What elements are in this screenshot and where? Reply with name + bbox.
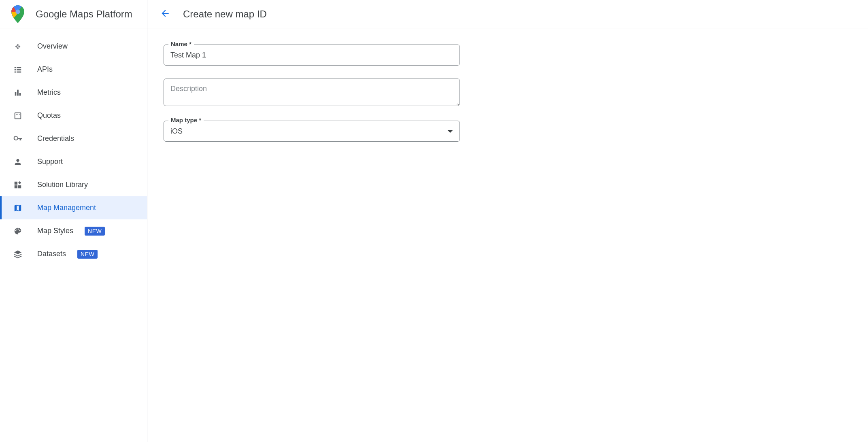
- svg-rect-3: [15, 69, 16, 70]
- sidebar-item-overview[interactable]: Overview: [0, 35, 147, 58]
- svg-rect-5: [15, 71, 16, 72]
- sidebar-item-label: Support: [37, 157, 63, 166]
- sidebar-item-datasets[interactable]: Datasets NEW: [0, 242, 147, 266]
- sidebar-item-map-styles[interactable]: Map Styles NEW: [0, 219, 147, 242]
- sidebar-item-apis[interactable]: APIs: [0, 58, 147, 81]
- sidebar-header: Google Maps Platform: [0, 0, 147, 28]
- datasets-icon: [13, 249, 23, 259]
- sidebar-item-support[interactable]: Support: [0, 150, 147, 173]
- sidebar-item-label: Metrics: [37, 88, 61, 97]
- sidebar-item-label: APIs: [37, 65, 53, 74]
- new-badge: NEW: [85, 227, 105, 236]
- sidebar-item-metrics[interactable]: Metrics: [0, 81, 147, 104]
- support-icon: [13, 157, 23, 167]
- form-area: Name * Map type * iOS: [147, 28, 868, 171]
- sidebar-item-solution-library[interactable]: Solution Library: [0, 173, 147, 196]
- sidebar-item-label: Datasets: [37, 250, 66, 258]
- sidebar-item-quotas[interactable]: Quotas: [0, 104, 147, 127]
- quotas-icon: [13, 111, 23, 121]
- name-input[interactable]: [164, 45, 460, 66]
- svg-rect-1: [15, 67, 16, 68]
- map-type-field: Map type * iOS: [164, 121, 460, 142]
- sidebar-item-label: Quotas: [37, 111, 61, 120]
- name-label: Name *: [168, 40, 194, 47]
- sidebar-item-label: Map Management: [37, 204, 96, 212]
- svg-rect-2: [17, 67, 21, 68]
- description-field: [164, 79, 460, 108]
- google-maps-logo-icon: [11, 5, 24, 23]
- svg-rect-9: [19, 93, 21, 95]
- map-type-selected-value: iOS: [170, 127, 183, 136]
- metrics-icon: [13, 88, 23, 98]
- main-header: Create new map ID: [147, 0, 868, 28]
- sidebar-item-credentials[interactable]: Credentials: [0, 127, 147, 150]
- map-type-select[interactable]: iOS: [164, 121, 460, 142]
- sidebar-item-label: Overview: [37, 42, 68, 51]
- sidebar: Google Maps Platform Overview APIs Metri…: [0, 0, 147, 442]
- sidebar-item-label: Map Styles: [37, 227, 73, 235]
- new-badge: NEW: [77, 250, 98, 259]
- sidebar-item-map-management[interactable]: Map Management: [0, 196, 147, 219]
- svg-rect-6: [17, 71, 21, 72]
- svg-rect-10: [15, 181, 17, 184]
- map-styles-icon: [13, 226, 23, 236]
- map-type-label: Map type *: [168, 117, 204, 123]
- map-management-icon: [13, 203, 23, 213]
- back-button[interactable]: [159, 8, 172, 21]
- sidebar-item-label: Solution Library: [37, 181, 88, 189]
- svg-rect-11: [15, 185, 17, 188]
- main-content: Create new map ID Name * Map type * iOS: [147, 0, 868, 442]
- solution-library-icon: [13, 180, 23, 190]
- apis-icon: [13, 65, 23, 74]
- sidebar-nav: Overview APIs Metrics Quotas: [0, 28, 147, 266]
- arrow-left-icon: [160, 8, 170, 20]
- svg-point-0: [15, 9, 20, 14]
- credentials-icon: [13, 134, 23, 144]
- sidebar-item-label: Credentials: [37, 134, 74, 143]
- chevron-down-icon: [447, 130, 453, 133]
- name-field: Name *: [164, 45, 460, 66]
- svg-rect-7: [15, 92, 17, 96]
- page-title: Create new map ID: [183, 8, 267, 20]
- svg-rect-8: [17, 89, 19, 96]
- svg-rect-12: [18, 185, 21, 188]
- site-title: Google Maps Platform: [36, 8, 132, 20]
- description-textarea[interactable]: [164, 79, 460, 106]
- overview-icon: [13, 42, 23, 51]
- svg-rect-4: [17, 69, 21, 70]
